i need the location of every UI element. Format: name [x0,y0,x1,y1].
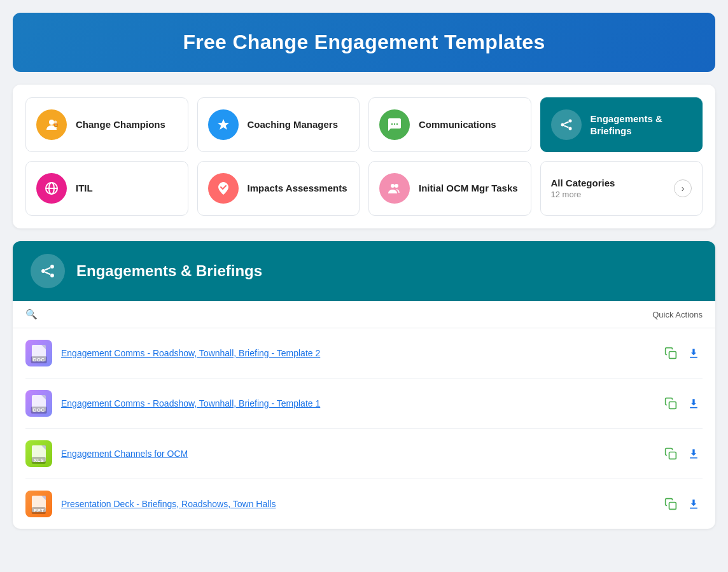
category-card-change-champions[interactable]: 🔒 Change Champions [25,97,188,152]
coaching-managers-label: Coaching Managers [248,118,339,131]
download-button[interactable] [685,495,703,513]
search-input[interactable] [43,309,652,319]
svg-point-7 [396,123,398,125]
search-bar: 🔍 Quick Actions [13,301,715,328]
engagements-briefings-icon [551,109,582,140]
download-button[interactable] [685,445,703,463]
search-icon: 🔍 [25,309,38,320]
impacts-assessments-label: Impacts Assessments [248,182,347,195]
svg-point-18 [41,269,45,273]
category-card-initial-ocm-mgr-tasks[interactable]: Initial OCM Mgr Tasks [368,161,531,216]
svg-point-20 [50,274,54,277]
file-actions [662,344,703,362]
category-card-communications[interactable]: Communications [368,97,531,152]
file-actions [662,445,703,463]
category-card-impacts-assessments[interactable]: Impacts Assessments [197,161,360,216]
coaching-managers-icon [208,109,239,140]
all-categories-text: All Categories 12 more [551,178,615,199]
copy-button[interactable] [662,344,680,362]
file-list: DOC Engagement Comms - Roadshow, Townhal… [13,328,715,529]
initial-ocm-mgr-tasks-icon [379,173,410,204]
all-categories-card[interactable]: All Categories 12 more › [540,161,703,216]
file-item: PPT Presentation Deck - Briefings, Roads… [25,479,703,529]
category-grid: 🔒 Change Champions Coaching Managers [25,97,703,216]
engagements-briefings-label: Engagements & Briefings [591,113,692,137]
page-container: Free Change Engagement Templates 🔒 Chang… [13,13,715,529]
file-name[interactable]: Engagement Comms - Roadshow, Townhall, B… [61,348,653,358]
category-card-coaching-managers[interactable]: Coaching Managers [197,97,360,152]
svg-point-17 [395,184,398,188]
file-name[interactable]: Engagement Channels for OCM [61,449,653,459]
svg-point-6 [394,123,395,125]
svg-marker-4 [218,119,229,130]
svg-point-16 [391,184,395,188]
svg-point-8 [561,123,564,127]
file-actions [662,495,703,513]
svg-rect-24 [669,402,676,409]
file-item: XLS Engagement Channels for OCM [25,429,703,479]
section-panel: Engagements & Briefings 🔍 Quick Actions … [13,241,715,529]
header-banner: Free Change Engagement Templates [13,13,715,72]
category-card-itil[interactable]: ITIL [25,161,188,216]
svg-point-19 [50,265,54,269]
svg-point-9 [568,120,571,123]
svg-rect-26 [669,503,676,510]
all-categories-main-label: All Categories [551,178,615,188]
svg-point-5 [391,123,393,125]
copy-button[interactable] [662,495,680,513]
communications-label: Communications [419,118,496,131]
all-categories-sub-label: 12 more [551,190,615,199]
copy-button[interactable] [662,394,680,412]
svg-point-0 [49,120,54,125]
initial-ocm-mgr-tasks-label: Initial OCM Mgr Tasks [419,182,518,195]
section-header-icon [31,254,65,288]
download-button[interactable] [685,344,703,362]
file-icon-ppt: PPT [25,491,52,517]
download-button[interactable] [685,394,703,412]
svg-line-22 [45,272,50,275]
category-card-engagements-briefings[interactable]: Engagements & Briefings [540,97,703,152]
svg-rect-23 [669,352,676,359]
category-section: 🔒 Change Champions Coaching Managers [13,85,715,228]
svg-line-11 [564,122,568,124]
file-icon-xls: XLS [25,440,52,467]
file-icon-doc: DOC [25,340,52,366]
file-actions [662,394,703,412]
section-header: Engagements & Briefings [13,241,715,301]
file-name[interactable]: Presentation Deck - Briefings, Roadshows… [61,499,653,509]
itil-label: ITIL [76,182,93,195]
communications-icon [379,109,410,140]
change-champions-icon: 🔒 [36,109,67,140]
svg-line-21 [45,268,50,270]
svg-rect-25 [669,452,676,459]
change-champions-label: Change Champions [76,118,165,131]
impacts-assessments-icon [208,173,239,204]
page-title: Free Change Engagement Templates [38,31,690,54]
file-item: DOC Engagement Comms - Roadshow, Townhal… [25,328,703,379]
section-header-title: Engagements & Briefings [76,262,262,280]
svg-point-10 [568,127,571,130]
itil-icon [36,173,67,204]
copy-button[interactable] [662,445,680,463]
svg-line-12 [564,126,568,128]
search-input-wrapper: 🔍 [25,309,652,320]
file-icon-doc: DOC [25,390,52,417]
file-name[interactable]: Engagement Comms - Roadshow, Townhall, B… [61,398,653,408]
svg-text:🔒: 🔒 [54,123,59,128]
file-item: DOC Engagement Comms - Roadshow, Townhal… [25,379,703,429]
all-categories-chevron-icon: › [674,179,692,197]
quick-actions-label: Quick Actions [652,310,703,319]
